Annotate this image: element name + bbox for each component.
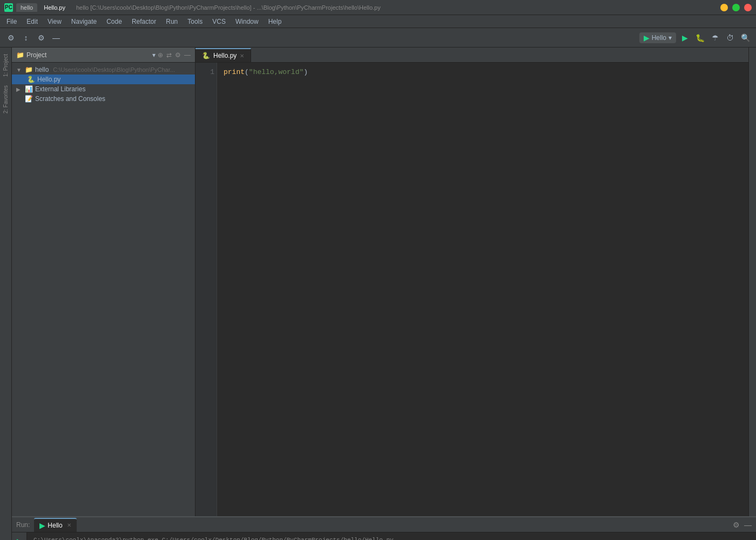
run-button[interactable]: ▶ [678, 31, 691, 44]
run-settings-btn[interactable]: ⚙ [733, 521, 740, 529]
tree-external-libs-label: External Libraries [35, 85, 85, 93]
window-controls [720, 4, 752, 11]
project-header-icons: ⊕ ⇄ ⚙ — [158, 51, 191, 59]
editor-tabs: 🐍 Hello.py ✕ [195, 48, 748, 63]
maximize-button[interactable] [732, 4, 740, 11]
tree-root-label: hello [35, 66, 49, 73]
project-settings-icon[interactable]: ⚙ [175, 51, 181, 59]
tree-root-path: C:\Users\coolx\Desktop\Blog\Python\PyCha… [53, 66, 175, 73]
editor-tab-label: Hello.py [213, 52, 237, 59]
main-layout: 📁 Project ▾ ⊕ ⇄ ⚙ — ▼ 📁 hello [12, 48, 756, 516]
run-restart-btn[interactable]: ▶ [14, 536, 25, 540]
run-play-icon: ▶ [644, 33, 650, 42]
toolbar-btn2[interactable]: ↕ [19, 31, 32, 44]
project-tree: ▼ 📁 hello C:\Users\coolx\Desktop\Blog\Py… [12, 63, 195, 516]
menu-navigate[interactable]: Navigate [67, 17, 101, 26]
app-icon: PC [4, 3, 13, 12]
tree-root-hello[interactable]: ▼ 📁 hello C:\Users\coolx\Desktop\Blog\Py… [12, 65, 195, 75]
menu-edit[interactable]: Edit [22, 17, 42, 26]
project-header-dropdown: ▾ [152, 51, 156, 59]
tree-py-icon: 🐍 [27, 76, 35, 83]
run-tab-icon: ▶ [39, 521, 45, 530]
close-button[interactable] [744, 4, 752, 11]
run-sidebar: ▶ ■ ↑ ↓ ≡ 📌 🖨 🗑 [12, 532, 27, 540]
title-path: hello [C:\Users\coolx\Desktop\Blog\Pytho… [76, 4, 720, 11]
bottom-tabs: Run: ▶ Hello ✕ ⚙ — [12, 517, 756, 532]
line-number-1: 1 [198, 67, 214, 78]
menu-tools[interactable]: Tools [183, 17, 207, 26]
project-title: Project [26, 51, 150, 59]
tree-expand-arrow: ▼ [16, 67, 23, 73]
run-header-label: Run: [16, 521, 30, 529]
tree-scratches[interactable]: ▶ 📝 Scratches and Consoles [12, 94, 195, 104]
search-everywhere-btn[interactable]: 🔍 [739, 31, 752, 44]
toolbar: ⚙ ↕ ⚙ — ▶ Hello ▾ ▶ 🐛 ☂ ⏱ 🔍 [0, 28, 756, 48]
debug-button[interactable]: 🐛 [693, 31, 706, 44]
menu-code[interactable]: Code [102, 17, 126, 26]
editor-area: 🐍 Hello.py ✕ 1 print("hello,world") [195, 48, 748, 516]
tree-scratches-icon: 📝 [25, 95, 33, 103]
title-tab-hello[interactable]: hello [16, 3, 37, 12]
run-config-dropdown-icon: ▾ [669, 34, 672, 42]
project-panel: 📁 Project ▾ ⊕ ⇄ ⚙ — ▼ 📁 hello [12, 48, 195, 516]
project-collapse-icon[interactable]: ⇄ [166, 51, 172, 59]
title-bar: PC hello Hello.py hello [C:\Users\coolx\… [0, 0, 756, 15]
bottom-panel: Run: ▶ Hello ✕ ⚙ — ▶ ■ ↑ ↓ ≡ 📌 🖨 [12, 516, 756, 540]
run-tab-label: Hello [48, 522, 62, 529]
main-wrapper: 1: Project 2: Favorites 2: Structure 📁 P… [0, 48, 756, 540]
menu-window[interactable]: Window [231, 17, 263, 26]
left-sidebar: 1: Project 2: Favorites 2: Structure [0, 48, 12, 540]
right-scrollbar-panel [748, 48, 756, 516]
tree-external-libs[interactable]: ▶ 📊 External Libraries [12, 84, 195, 94]
terminal-output: C:\Users\coolx\Anaconda3\python.exe C:/U… [27, 532, 756, 540]
tree-lib-arrow: ▶ [16, 86, 23, 92]
tree-scratches-label: Scratches and Consoles [35, 95, 105, 103]
project-header: 📁 Project ▾ ⊕ ⇄ ⚙ — [12, 48, 195, 63]
editor-tab-hellospy[interactable]: 🐍 Hello.py ✕ [195, 48, 251, 62]
minimize-button[interactable] [720, 4, 728, 11]
toolbar-settings-btn[interactable]: ⚙ [4, 31, 17, 44]
code-editor[interactable]: print("hello,world") [217, 63, 748, 516]
editor-tab-close[interactable]: ✕ [240, 53, 244, 59]
toolbar-btn4[interactable]: — [50, 31, 63, 44]
tree-hello-py[interactable]: 🐍 Hello.py [12, 75, 195, 84]
coverage-button[interactable]: ☂ [708, 31, 721, 44]
tree-folder-icon: 📁 [25, 66, 33, 73]
project-locate-icon[interactable]: ⊕ [158, 51, 163, 59]
project-folder-icon: 📁 [16, 51, 24, 59]
run-tab-hello[interactable]: ▶ Hello ✕ [34, 518, 76, 532]
run-tab-close[interactable]: ✕ [67, 522, 71, 528]
toolbar-btn3[interactable]: ⚙ [35, 31, 48, 44]
code-string: "hello,world" [249, 68, 303, 76]
menu-help[interactable]: Help [264, 17, 286, 26]
run-config-selector[interactable]: ▶ Hello ▾ [639, 32, 676, 43]
tree-lib-icon: 📊 [25, 85, 33, 93]
cmd-line: C:\Users\coolx\Anaconda3\python.exe C:/U… [33, 537, 750, 540]
editor-content: 1 print("hello,world") [195, 63, 748, 516]
run-minimize-btn[interactable]: — [744, 521, 752, 529]
code-paren-close: ) [303, 68, 308, 76]
sidebar-favorites-label[interactable]: 2: Favorites [2, 81, 10, 118]
sidebar-project-label[interactable]: 1: Project [2, 50, 10, 81]
menu-refactor[interactable]: Refactor [127, 17, 160, 26]
profile-button[interactable]: ⏱ [724, 31, 737, 44]
tree-hello-py-label: Hello.py [37, 76, 60, 83]
menu-run[interactable]: Run [161, 17, 182, 26]
menu-vcs[interactable]: VCS [208, 17, 230, 26]
code-print-fn: print [224, 68, 245, 76]
editor-tab-py-icon: 🐍 [202, 52, 210, 59]
run-config-name: Hello [652, 34, 666, 42]
title-tab-hellospy[interactable]: Hello.py [39, 3, 70, 12]
line-numbers: 1 [195, 63, 217, 516]
project-minimize-icon[interactable]: — [184, 51, 191, 59]
bottom-content: ▶ ■ ↑ ↓ ≡ 📌 🖨 🗑 C:\Users\coolx\Anaconda3… [12, 532, 756, 540]
title-tabs: hello Hello.py [16, 3, 70, 12]
menu-view[interactable]: View [43, 17, 66, 26]
menu-bar: File Edit View Navigate Code Refactor Ru… [0, 15, 756, 28]
code-paren-open: ( [245, 68, 249, 76]
menu-file[interactable]: File [2, 17, 21, 26]
